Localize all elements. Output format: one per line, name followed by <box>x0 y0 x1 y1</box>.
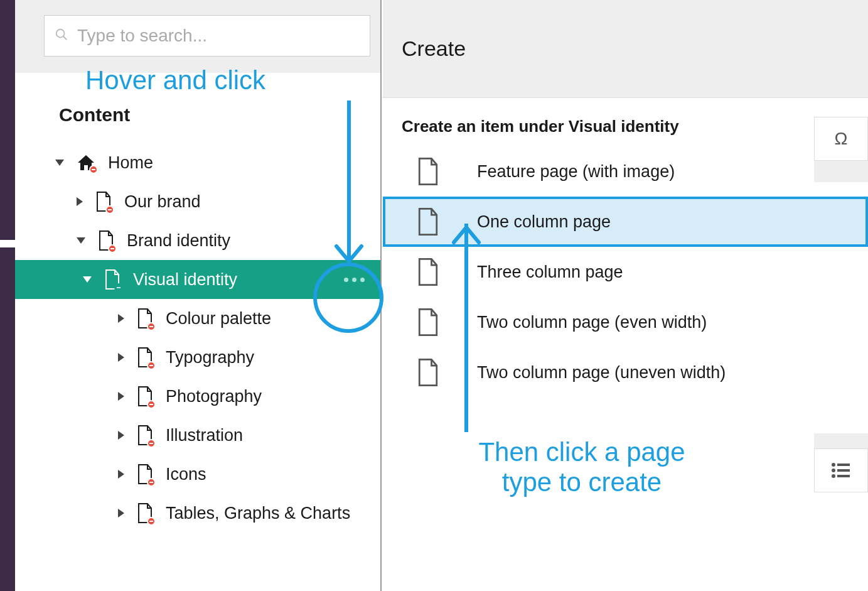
tree-item-typography[interactable]: Typography <box>15 338 380 377</box>
tree-item-our-brand[interactable]: Our brand <box>15 182 380 221</box>
page-type-label: One column page <box>477 212 611 232</box>
page-type-two-column-uneven[interactable]: Two column page (uneven width) <box>383 347 868 398</box>
page-icon <box>137 386 153 406</box>
svg-point-0 <box>56 30 65 38</box>
tree-item-brand-identity[interactable]: Brand identity <box>15 221 380 260</box>
app-rail-break <box>0 240 15 247</box>
search-input[interactable] <box>77 26 360 46</box>
tree-label: Colour palette <box>166 309 271 328</box>
sidebar: Content Home Our brand <box>15 0 382 591</box>
create-title: Create <box>383 0 868 98</box>
caret-right-icon <box>118 431 124 440</box>
page-icon <box>137 347 153 367</box>
tree-item-colour-palette[interactable]: Colour palette <box>15 299 380 338</box>
content-tree: Home Our brand Brand identity <box>15 143 380 533</box>
page-type-two-column-even[interactable]: Two column page (even width) <box>383 297 868 347</box>
page-type-label: Two column page (uneven width) <box>477 363 726 382</box>
tree-label: Typography <box>166 348 254 367</box>
page-type-three-column[interactable]: Three column page <box>383 247 868 297</box>
more-actions-button[interactable] <box>339 264 369 295</box>
tree-label: Photography <box>166 387 262 406</box>
caret-down-icon <box>83 276 92 283</box>
page-icon <box>104 269 121 290</box>
caret-right-icon <box>118 509 124 518</box>
page-icon <box>417 308 439 336</box>
page-icon <box>417 258 439 286</box>
tree-item-visual-identity[interactable]: Visual identity <box>15 260 380 299</box>
tree-label: Illustration <box>166 426 243 445</box>
app-rail <box>0 0 15 591</box>
caret-right-icon <box>118 314 124 323</box>
tree-item-icons[interactable]: Icons <box>15 455 380 494</box>
page-icon <box>98 230 114 251</box>
tree-item-tables[interactable]: Tables, Graphs & Charts <box>15 494 380 533</box>
page-type-label: Three column page <box>477 263 623 282</box>
page-icon <box>137 308 153 328</box>
page-icon <box>417 208 439 236</box>
caret-right-icon <box>118 392 124 401</box>
page-icon <box>95 192 112 212</box>
page-type-label: Feature page (with image) <box>477 162 675 182</box>
tree-item-home[interactable]: Home <box>15 143 380 182</box>
page-type-one-column[interactable]: One column page <box>383 197 868 247</box>
page-icon <box>137 425 153 445</box>
page-icon <box>417 359 439 386</box>
caret-right-icon <box>77 197 83 206</box>
page-type-feature[interactable]: Feature page (with image) <box>383 146 868 197</box>
create-subtitle: Create an item under Visual identity <box>383 98 868 146</box>
tree-label: Icons <box>166 465 206 484</box>
page-icon <box>137 503 153 523</box>
caret-right-icon <box>118 470 124 479</box>
page-icon <box>137 464 153 484</box>
more-dots-icon <box>344 278 365 282</box>
page-type-label: Two column page (even width) <box>477 313 707 332</box>
tree-label: Tables, Graphs & Charts <box>166 504 350 523</box>
create-panel: Create Create an item under Visual ident… <box>383 0 868 591</box>
content-heading: Content <box>15 73 380 143</box>
caret-right-icon <box>118 353 124 362</box>
page-type-list: Feature page (with image) One column pag… <box>383 146 868 398</box>
tree-label: Home <box>108 153 153 173</box>
tree-label: Visual identity <box>133 270 237 290</box>
caret-down-icon <box>55 160 64 166</box>
search-icon <box>55 28 77 44</box>
svg-line-1 <box>63 36 67 40</box>
tree-label: Brand identity <box>127 231 230 251</box>
tree-item-illustration[interactable]: Illustration <box>15 416 380 455</box>
page-icon <box>417 158 439 185</box>
tree-item-photography[interactable]: Photography <box>15 377 380 416</box>
search-box[interactable] <box>44 15 370 57</box>
caret-down-icon <box>77 237 85 244</box>
home-icon <box>77 154 95 171</box>
tree-label: Our brand <box>124 192 201 212</box>
search-area <box>15 0 380 73</box>
